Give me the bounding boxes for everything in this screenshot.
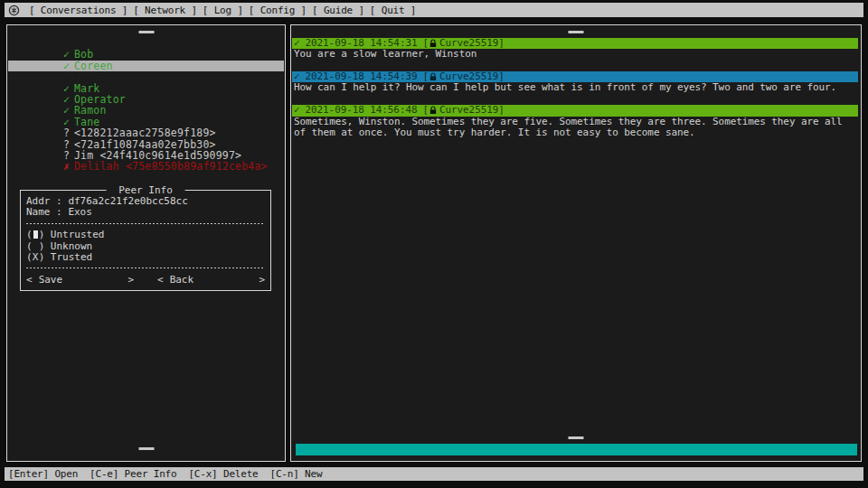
message-timestamp: 2021-09-18 14:56:48 (306, 105, 418, 116)
radio-label: Trusted (44, 251, 92, 263)
radio-cursor (33, 230, 39, 240)
divider (26, 263, 265, 274)
divider (26, 219, 265, 230)
arrow-right-icon: > (127, 275, 134, 286)
message-header: ✓2021-09-18 14:56:48[Curve25519] (292, 105, 858, 116)
hint-ctrl-x-delete: [C-x] Delete (188, 468, 258, 480)
back-button-label: Back (170, 275, 194, 286)
chat-message: ✓2021-09-18 14:54:31[Curve25519] You are… (292, 38, 858, 61)
contacts-panel: ✓Bob ✓Coreen ✓Exos ✓Mark ✓Operator ✓Ramo… (6, 24, 286, 462)
save-button-label: Save (39, 275, 63, 286)
radio-mark: X (33, 252, 39, 263)
arrow-left-icon: < (157, 275, 164, 286)
hint-ctrl-e-peer-info: [C-e] Peer Info (90, 468, 176, 480)
peer-info-title: Peer Info (107, 184, 185, 196)
message-list: ✓2021-09-18 14:54:31[Curve25519] You are… (292, 38, 858, 150)
hint-ctrl-n-new: [C-n] New (270, 468, 323, 480)
app-logo-icon (8, 5, 20, 16)
menu-item-guide[interactable]: [ Guide ] (312, 5, 364, 16)
menu-item-log[interactable]: [ Log ] (203, 5, 243, 16)
status-bar: [Enter] Open [C-e] Peer Info [C-x] Delet… (5, 467, 863, 481)
scroll-indicator-bottom (569, 436, 584, 439)
arrow-right-icon: > (259, 275, 265, 286)
trusted-check-icon: ✓ (63, 71, 74, 82)
app-window: [ Conversations ] [ Network ] [ Log ] [ … (0, 0, 868, 488)
text-cursor (33, 230, 38, 239)
message-body: You are a slow learner, Winston (292, 49, 858, 60)
scroll-indicator-top (138, 31, 154, 33)
peer-info-buttons: <Save> <Back> (26, 275, 265, 286)
lock-icon (429, 106, 437, 115)
peer-info-dialog: Peer Info Addr : df76a2c21f2e0bcc58cc Na… (20, 190, 271, 291)
name-value: Exos (68, 206, 92, 218)
delivered-check-icon: ✓ (294, 105, 300, 116)
menu-item-config[interactable]: [ Config ] (249, 5, 307, 16)
cipher-label: Curve25519 (439, 105, 498, 116)
blocked-x-icon: ✗ (63, 161, 74, 172)
peer-name-row: Name : Exos (26, 207, 265, 218)
back-button[interactable]: <Back> (157, 275, 265, 286)
menu-item-conversations[interactable]: [ Conversations ] (29, 5, 127, 16)
scroll-indicator-bottom (138, 447, 154, 450)
contact-list: ✓Bob ✓Coreen ✓Exos ✓Mark ✓Operator ✓Ramo… (8, 38, 284, 161)
lock-icon (429, 39, 437, 48)
menu-item-network[interactable]: [ Network ] (133, 5, 197, 16)
chat-message: ✓2021-09-18 14:54:39[Curve25519] How can… (292, 71, 858, 94)
chat-message: ✓2021-09-18 14:56:48[Curve25519] Sometim… (292, 105, 858, 138)
contact-name: Delilah <75e8550b89af912ceb4a> (74, 160, 268, 173)
lock-icon (429, 72, 437, 81)
name-label: Name : (26, 206, 62, 218)
chat-panel: ✓2021-09-18 14:54:31[Curve25519] You are… (290, 24, 862, 462)
contact-row-bob[interactable]: ✓Bob (8, 38, 284, 49)
save-button[interactable]: <Save> (26, 275, 134, 286)
trusted-check-icon: ✓ (63, 49, 74, 60)
unknown-question-icon: ? (63, 127, 74, 138)
scroll-indicator-top (569, 31, 584, 33)
radio-label: Unknown (44, 240, 92, 252)
arrow-left-icon: < (26, 275, 33, 286)
message-body: How can I help it? How can I help but se… (292, 82, 858, 93)
addr-label: Addr : (26, 195, 62, 207)
message-body: Sometimes, Winston. Sometimes they are f… (292, 117, 858, 139)
trusted-check-icon: ✓ (63, 105, 74, 116)
menu-bar: [ Conversations ] [ Network ] [ Log ] [ … (5, 3, 863, 17)
radio-label: Untrusted (44, 229, 104, 240)
radio-trusted[interactable]: (X) Trusted (26, 252, 265, 263)
hint-enter-open: [Enter] Open (8, 468, 78, 480)
message-input[interactable] (296, 444, 857, 455)
addr-value: df76a2c21f2e0bcc58cc (68, 195, 187, 207)
menu-item-quit[interactable]: [ Quit ] (370, 5, 416, 16)
